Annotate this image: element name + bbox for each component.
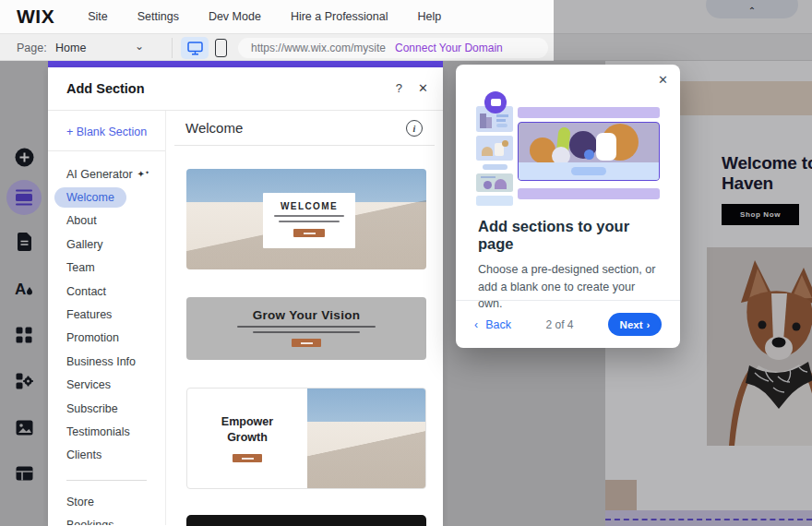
menu-dev-mode[interactable]: Dev Mode [209,10,261,23]
menu-hire-a-professional[interactable]: Hire a Professional [291,10,388,23]
panel-title: Add Section [66,81,145,96]
wix-logo[interactable]: WIX [17,6,54,28]
thumbnail [476,173,513,192]
blank-section-button[interactable]: + Blank Section [48,111,165,151]
category-features[interactable]: Features [48,303,165,326]
template-title: Grow Your Vision [253,308,361,322]
category-gallery[interactable]: Gallery [48,233,165,256]
add-sections-tour-modal: ✕ [456,65,680,348]
category-bookings[interactable]: Bookings [48,513,165,525]
page-name[interactable]: Home [55,42,86,54]
section-badge-icon [484,91,507,114]
add-section-panel: Add Section ? ✕ + Blank Section AI Gener… [48,67,443,526]
sparkle-icon: ✦✦ [137,169,149,179]
divider [66,480,147,481]
preview-button-strip [519,162,659,180]
dim-overlay [554,0,812,61]
panel-accent-bar [48,61,443,67]
menu-settings[interactable]: Settings [137,10,179,23]
modal-illustration [476,92,660,207]
connect-your-domain-link[interactable]: Connect Your Domain [395,42,503,54]
info-icon[interactable]: i [406,120,423,137]
chevron-down-icon[interactable]: ⌄ [135,40,144,53]
template-button [292,339,321,347]
back-button[interactable]: ‹ Back [474,318,511,331]
template-title: Empower Growth [210,414,284,446]
layout-bar [518,107,660,118]
section-template-card-grow-your-vision[interactable]: Grow Your Vision [186,297,426,360]
divider [172,38,173,58]
desktop-view-button[interactable] [181,37,209,59]
page-label: Page: [17,42,47,54]
category-clients[interactable]: Clients [48,444,165,467]
menu-help[interactable]: Help [417,10,441,23]
mobile-view-button[interactable] [215,39,227,57]
category-ai-generator[interactable]: AI Generator ✦✦ [48,162,165,185]
category-services[interactable]: Services [48,374,165,397]
section-template-card-dark[interactable] [186,515,426,526]
category-business-info[interactable]: Business Info [48,350,165,373]
selected-section-preview [518,122,660,181]
preview-header: Welcome i [174,111,435,146]
menu-site[interactable]: Site [88,10,108,23]
section-preview-column: Welcome i WELCOME Grow Your Vision [166,111,443,525]
placeholder-text-line [274,215,344,217]
modal-title: Add sections to your page [478,218,658,253]
url-bar[interactable]: https://www.wix.com/mysite Connect Your … [238,38,548,58]
thumbnail-bar [476,196,513,206]
dim-overlay [0,61,48,526]
category-store[interactable]: Store [48,490,165,513]
category-subscribe[interactable]: Subscribe [48,397,165,420]
preview-title: Welcome [185,120,243,136]
placeholder-text-line [253,331,360,333]
chevron-right-icon: › [647,319,651,330]
top-menu: Site Settings Dev Mode Hire a Profession… [88,10,441,23]
section-template-card-empower-growth[interactable]: Empower Growth [186,388,426,489]
thumbnail-pill [483,164,508,170]
category-team[interactable]: Team [48,257,165,280]
close-icon[interactable]: ✕ [418,81,428,95]
template-text-box: Empower Growth [187,389,307,488]
close-icon[interactable]: ✕ [658,73,668,87]
step-indicator: 2 of 4 [545,318,573,331]
help-icon[interactable]: ? [396,81,402,95]
category-promotion[interactable]: Promotion [48,327,165,350]
wix-editor-window: WIX Site Settings Dev Mode Hire a Profes… [0,0,812,526]
template-text-box: WELCOME [263,193,355,248]
panel-header: Add Section ? ✕ [48,67,443,111]
category-list: + Blank Section AI Generator ✦✦ Welcome … [48,111,166,525]
category-contact[interactable]: Contact [48,280,165,303]
next-button[interactable]: Next › [608,313,662,336]
template-image [307,389,425,488]
placeholder-text-line [237,326,376,328]
placeholder-text-line [279,221,340,222]
chevron-left-icon: ‹ [474,318,478,331]
thumbnail [476,136,513,161]
category-about[interactable]: About [48,209,165,233]
modal-footer: ‹ Back 2 of 4 Next › [456,300,680,348]
section-template-card-welcome[interactable]: WELCOME [186,169,426,269]
template-button [233,454,262,462]
template-button [293,229,325,237]
desktop-icon [187,42,203,55]
category-welcome[interactable]: Welcome [48,185,165,209]
template-title: WELCOME [281,201,338,211]
category-testimonials[interactable]: Testimonials [48,420,165,443]
layout-bar [518,188,660,199]
site-url: https://www.wix.com/mysite [251,42,386,54]
